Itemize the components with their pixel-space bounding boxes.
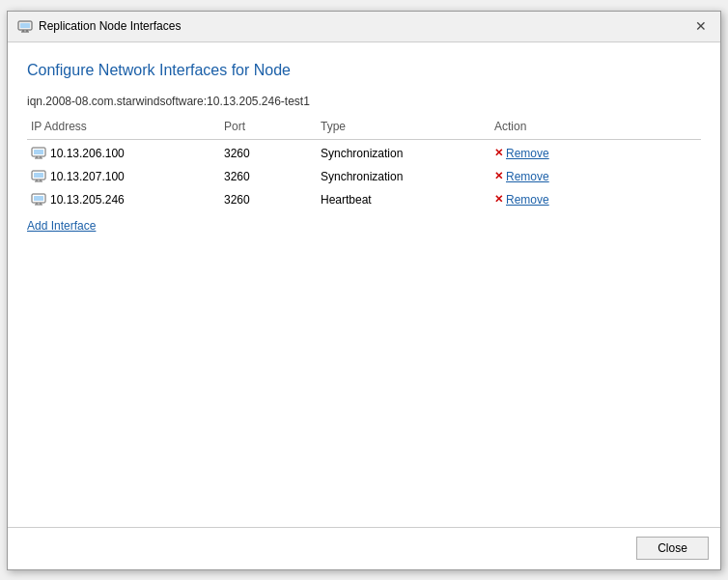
row3-ip: 10.13.205.246 bbox=[50, 193, 125, 207]
row1-action-cell: ✕ Remove bbox=[490, 145, 701, 162]
add-interface-link[interactable]: Add Interface bbox=[27, 219, 701, 233]
table-row: 10.13.205.246 3260 Heartbeat ✕ Remove bbox=[27, 188, 701, 211]
nic-icon-row3 bbox=[31, 193, 46, 207]
table-row: 10.13.206.100 3260 Synchronization ✕ Rem… bbox=[27, 142, 701, 165]
header-port: Port bbox=[220, 118, 317, 135]
header-ip: IP Address bbox=[27, 118, 220, 135]
row3-remove-x: ✕ bbox=[494, 193, 503, 206]
row3-ip-cell: 10.13.205.246 bbox=[27, 191, 220, 208]
row1-remove-x: ✕ bbox=[494, 147, 503, 159]
svg-rect-6 bbox=[34, 150, 43, 154]
table-row: 10.13.207.100 3260 Synchronization ✕ Rem… bbox=[27, 165, 701, 188]
close-button[interactable]: Close bbox=[636, 537, 709, 560]
row1-type: Synchronization bbox=[317, 145, 490, 162]
nic-icon-row1 bbox=[31, 147, 46, 160]
row1-remove-button[interactable]: Remove bbox=[506, 147, 549, 160]
row2-port: 3260 bbox=[220, 168, 317, 185]
svg-rect-11 bbox=[34, 173, 43, 178]
header-action: Action bbox=[490, 118, 701, 135]
nic-icon-row2 bbox=[31, 170, 46, 183]
svg-rect-16 bbox=[34, 196, 43, 201]
row1-port: 3260 bbox=[220, 145, 317, 162]
title-bar-left: Replication Node Interfaces bbox=[17, 18, 181, 34]
title-bar-text: Replication Node Interfaces bbox=[39, 19, 181, 33]
row2-ip: 10.13.207.100 bbox=[50, 170, 125, 183]
title-bar-close-button[interactable]: ✕ bbox=[691, 16, 711, 36]
row2-action-cell: ✕ Remove bbox=[490, 168, 701, 185]
header-type: Type bbox=[317, 118, 490, 135]
row3-remove-button[interactable]: Remove bbox=[506, 193, 549, 207]
row3-action-cell: ✕ Remove bbox=[490, 191, 701, 208]
dialog-body: Configure Network Interfaces for Node iq… bbox=[8, 42, 720, 527]
replication-node-interfaces-dialog: Replication Node Interfaces ✕ Configure … bbox=[7, 11, 721, 570]
row1-ip-cell: 10.13.206.100 bbox=[27, 145, 220, 162]
interfaces-table: IP Address Port Type Action bbox=[27, 118, 701, 211]
row3-type: Heartbeat bbox=[317, 191, 490, 208]
row3-port: 3260 bbox=[220, 191, 317, 208]
row2-remove-x: ✕ bbox=[494, 170, 503, 182]
row2-remove-button[interactable]: Remove bbox=[506, 170, 549, 183]
row1-ip: 10.13.206.100 bbox=[50, 147, 125, 160]
row2-ip-cell: 10.13.207.100 bbox=[27, 168, 220, 185]
dialog-heading: Configure Network Interfaces for Node bbox=[27, 62, 701, 79]
title-bar: Replication Node Interfaces ✕ bbox=[8, 12, 720, 42]
dialog-footer: Close bbox=[8, 527, 720, 569]
node-id-text: iqn.2008-08.com.starwindsoftware:10.13.2… bbox=[27, 95, 701, 108]
dialog-icon bbox=[17, 18, 33, 34]
svg-rect-1 bbox=[20, 23, 30, 28]
row2-type: Synchronization bbox=[317, 168, 490, 185]
table-header-row: IP Address Port Type Action bbox=[27, 118, 701, 140]
